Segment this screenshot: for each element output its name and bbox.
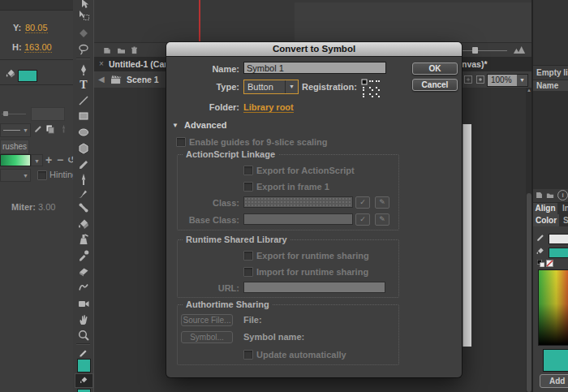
tab-color[interactable]: Color bbox=[533, 214, 559, 226]
timeline-frames-area[interactable] bbox=[295, 2, 532, 42]
paint-bucket-tool[interactable] bbox=[73, 217, 93, 231]
hand-tool[interactable] bbox=[73, 312, 93, 327]
advanced-disclosure[interactable]: ▼ Advanced bbox=[172, 120, 227, 130]
scene-name-breadcrumb[interactable]: Scene 1 bbox=[127, 75, 159, 84]
class-validate-button: ✓ bbox=[355, 196, 370, 209]
edit-scene-icon[interactable] bbox=[463, 75, 473, 84]
new-symbol-icon[interactable] bbox=[535, 191, 544, 200]
symbol-name-input[interactable] bbox=[243, 62, 386, 74]
new-folder-icon[interactable] bbox=[545, 191, 555, 200]
brush-preview-gradient[interactable] bbox=[0, 154, 31, 166]
authortime-sharing-legend: Authortime Sharing bbox=[183, 299, 273, 310]
stroke-color-pencil-icon[interactable] bbox=[536, 233, 545, 243]
deco-icon bbox=[77, 280, 90, 293]
polystar-tool[interactable] bbox=[73, 141, 93, 156]
hinting-checkbox[interactable] bbox=[37, 170, 47, 180]
actionscript-linkage-legend: ActionScript Linkage bbox=[183, 149, 278, 160]
y-position-value[interactable]: 80.05 bbox=[25, 23, 48, 33]
library-header: Empty libra bbox=[536, 68, 568, 77]
export-runtime-checkbox[interactable] bbox=[243, 251, 253, 261]
dialog-title-bar[interactable]: Convert to Symbol bbox=[166, 42, 462, 57]
color-spectrum-picker[interactable] bbox=[538, 269, 568, 346]
tab-info[interactable]: In bbox=[562, 204, 568, 213]
deco-tool[interactable] bbox=[73, 279, 93, 294]
folder-link[interactable]: Library root bbox=[243, 102, 294, 113]
zoom-tool[interactable] bbox=[73, 328, 93, 342]
ok-button[interactable]: OK bbox=[412, 62, 458, 75]
cancel-button-label: Cancel bbox=[422, 80, 449, 89]
h-height-value[interactable]: 163.00 bbox=[24, 42, 52, 53]
no-color-icon[interactable] bbox=[546, 260, 553, 267]
stage-canvas[interactable] bbox=[463, 124, 471, 347]
edit-symbols-icon[interactable] bbox=[475, 75, 485, 84]
stroke-weight-slider-knob[interactable] bbox=[3, 111, 8, 116]
miter-value[interactable]: 3.00 bbox=[38, 202, 55, 212]
brush-dropdown-arrow[interactable]: ▼ bbox=[31, 154, 43, 166]
fill-color-swatch[interactable] bbox=[549, 248, 568, 258]
zoom-icon bbox=[77, 329, 90, 342]
back-arrow-icon[interactable]: ◀ bbox=[98, 75, 105, 84]
library-item-list[interactable] bbox=[533, 91, 568, 189]
zoom-level-combo[interactable]: 100% ▼ bbox=[487, 74, 528, 87]
advanced-label: Advanced bbox=[184, 120, 227, 130]
document-tab-title-fragment[interactable]: nvas)* bbox=[462, 59, 488, 69]
rectangle-tool[interactable] bbox=[73, 109, 93, 123]
fill-color-control[interactable] bbox=[75, 373, 93, 388]
gradient-transform-tool[interactable] bbox=[73, 26, 93, 41]
stroke-color-swatch[interactable] bbox=[77, 359, 91, 373]
subselection-tool[interactable] bbox=[73, 8, 93, 23]
type-dropdown[interactable]: Button ▼ bbox=[243, 80, 299, 94]
brush-option-icon[interactable] bbox=[58, 123, 69, 134]
base-class-validate-button: ✓ bbox=[355, 213, 370, 226]
library-properties-info-icon[interactable]: i bbox=[557, 190, 568, 200]
fill-color-bucket-icon[interactable] bbox=[536, 247, 545, 256]
line-tool[interactable] bbox=[73, 93, 93, 108]
fill-color-swatch-bottom[interactable] bbox=[77, 389, 91, 392]
pencil-tool[interactable] bbox=[73, 157, 93, 172]
edit-stroke-style-icon[interactable] bbox=[33, 124, 43, 134]
zoom-combo-arrow[interactable]: ▼ bbox=[517, 75, 527, 86]
eyedropper-tool[interactable] bbox=[73, 248, 93, 262]
fill-bucket-icon[interactable] bbox=[5, 68, 16, 80]
stroke-weight-field[interactable] bbox=[31, 107, 65, 121]
text-tool[interactable]: T bbox=[73, 77, 93, 92]
delete-layer-trash-icon[interactable] bbox=[130, 45, 139, 55]
copy-stroke-icon[interactable] bbox=[45, 123, 55, 134]
enable-guides-checkbox[interactable] bbox=[176, 137, 186, 147]
oval-tool[interactable] bbox=[73, 125, 93, 140]
timeline-playhead[interactable] bbox=[199, 0, 200, 42]
fill-color-swatch[interactable] bbox=[18, 70, 37, 82]
current-color-preview-swatch[interactable] bbox=[543, 349, 568, 372]
black-white-default-icon[interactable] bbox=[537, 260, 544, 267]
type-dropdown-arrow-icon[interactable]: ▼ bbox=[285, 80, 298, 93]
fill-bucket-icon bbox=[79, 376, 89, 386]
tab-close-icon[interactable]: × bbox=[99, 59, 104, 68]
frame-size-icon[interactable] bbox=[513, 45, 526, 54]
remove-brush-icon[interactable]: − bbox=[57, 153, 63, 166]
stroke-style-dropdown[interactable]: ▼ bbox=[0, 123, 31, 137]
brushes-section-header[interactable]: rushes bbox=[0, 140, 29, 154]
pen-tool[interactable] bbox=[73, 62, 93, 77]
frame-view-slider-knob[interactable] bbox=[472, 47, 478, 54]
add-brush-icon[interactable]: + bbox=[45, 153, 52, 166]
import-runtime-checkbox[interactable] bbox=[243, 267, 253, 277]
brush-tool[interactable] bbox=[73, 172, 93, 187]
cancel-button[interactable]: Cancel bbox=[412, 79, 458, 91]
bone-tool[interactable] bbox=[73, 200, 93, 215]
camera-tool[interactable] bbox=[73, 296, 93, 311]
update-automatically-checkbox[interactable] bbox=[243, 350, 253, 360]
new-folder-icon[interactable] bbox=[116, 45, 127, 55]
paintbrush-tool[interactable] bbox=[73, 186, 93, 200]
registration-grid[interactable] bbox=[361, 79, 380, 97]
cap-style-dropdown[interactable]: ▼ bbox=[0, 169, 31, 182]
export-in-frame1-checkbox[interactable] bbox=[243, 182, 253, 192]
eraser-tool[interactable] bbox=[73, 263, 93, 278]
tab-align[interactable]: Align bbox=[533, 203, 557, 214]
add-swatch-button[interactable]: Add bbox=[540, 374, 568, 388]
new-layer-icon[interactable] bbox=[102, 45, 112, 55]
tab-swatches[interactable]: Sw bbox=[563, 216, 568, 225]
lasso-tool[interactable] bbox=[73, 42, 93, 57]
ink-bottle-tool[interactable] bbox=[73, 232, 93, 247]
export-for-actionscript-checkbox[interactable] bbox=[243, 166, 253, 175]
stroke-color-swatch[interactable] bbox=[549, 234, 568, 244]
